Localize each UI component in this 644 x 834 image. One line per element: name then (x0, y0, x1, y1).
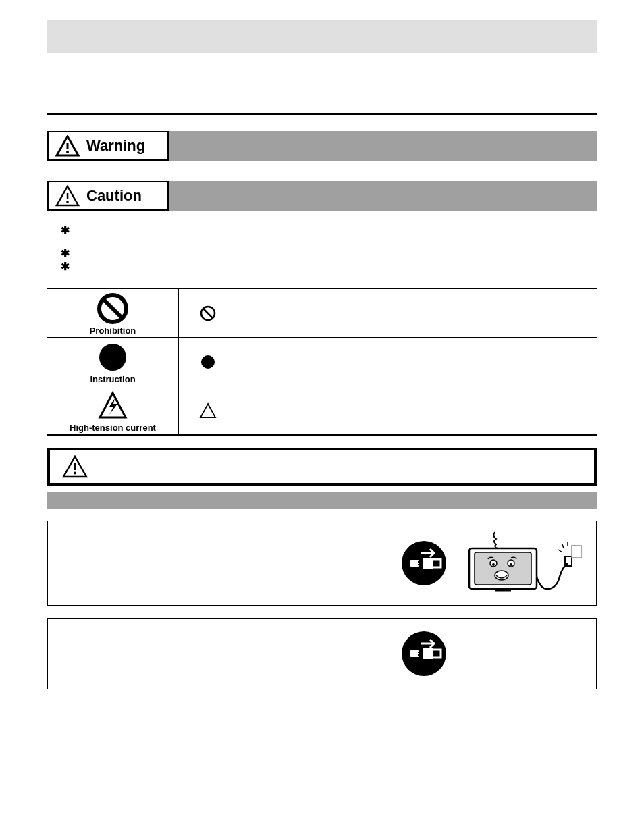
table-cell-instruction: Instruction (47, 338, 179, 386)
svg-point-9 (201, 355, 215, 369)
unplug-icon (400, 630, 448, 677)
instruction-icon (97, 342, 128, 373)
bullet-list: ✱ ✱ ✱ (47, 217, 597, 288)
svg-rect-32 (418, 654, 421, 656)
header-bar (47, 20, 597, 53)
content-text-area-1 (61, 536, 387, 590)
warning-callout-icon (62, 455, 88, 478)
content-box-2 (47, 618, 597, 689)
svg-rect-0 (67, 143, 69, 149)
asterisk-icon: ✱ (61, 261, 70, 273)
tv-smoking-illustration (461, 529, 583, 597)
svg-line-7 (203, 309, 213, 318)
caution-label-box: Caution (47, 181, 169, 211)
svg-point-1 (66, 151, 69, 153)
svg-rect-30 (410, 650, 419, 657)
warning-callout-box (47, 448, 597, 486)
table-desc-instruction (179, 338, 597, 386)
bullet-item: ✱ (61, 247, 597, 259)
table-cell-prohibition: Prohibition (47, 289, 179, 337)
high-tension-icon (97, 390, 128, 421)
prohibition-icon (97, 293, 128, 324)
svg-line-27 (562, 544, 564, 548)
bullet-item: ✱ (61, 261, 597, 273)
svg-line-5 (103, 299, 122, 318)
warning-label-row: Warning (47, 131, 597, 161)
svg-point-8 (99, 344, 126, 371)
unplug-icon (400, 540, 448, 587)
table-desc-prohibition (179, 289, 597, 337)
warning-gray-bar (169, 131, 597, 161)
table-desc-high-tension (179, 386, 597, 434)
svg-point-3 (66, 201, 69, 203)
instruction-small-icon (199, 353, 217, 371)
warning-label-box: Warning (47, 131, 169, 161)
svg-line-26 (558, 550, 562, 552)
svg-rect-14 (418, 561, 421, 563)
svg-rect-13 (410, 560, 419, 567)
warning-triangle-icon (55, 135, 80, 157)
svg-rect-10 (74, 463, 76, 470)
svg-point-21 (510, 563, 512, 566)
bullet-item: ✱ (61, 224, 597, 236)
content-box-1 (47, 521, 597, 606)
svg-rect-25 (572, 546, 581, 558)
asterisk-icon: ✱ (61, 247, 70, 259)
triangle-small-icon (199, 402, 217, 419)
svg-rect-2 (67, 193, 69, 199)
svg-rect-31 (418, 652, 421, 653)
content-text-area-2 (61, 627, 387, 681)
section-gray-bar (47, 492, 597, 509)
high-tension-caption: High-tension current (70, 423, 156, 433)
instruction-caption: Instruction (90, 374, 135, 384)
svg-rect-15 (418, 564, 421, 565)
svg-point-11 (74, 472, 76, 475)
caution-gray-bar (169, 181, 597, 211)
table-cell-high-tension: High-tension current (47, 386, 179, 434)
symbol-table: Prohibition Instruction (47, 288, 597, 436)
prohibition-small-icon (199, 305, 217, 322)
prohibition-caption: Prohibition (90, 325, 136, 336)
caution-label-text: Caution (86, 187, 142, 205)
asterisk-icon: ✱ (61, 224, 70, 236)
caution-triangle-icon (55, 185, 80, 207)
warning-label-text: Warning (86, 137, 145, 155)
svg-point-19 (492, 563, 495, 566)
divider-line (47, 113, 597, 115)
caution-label-row: Caution (47, 181, 597, 211)
